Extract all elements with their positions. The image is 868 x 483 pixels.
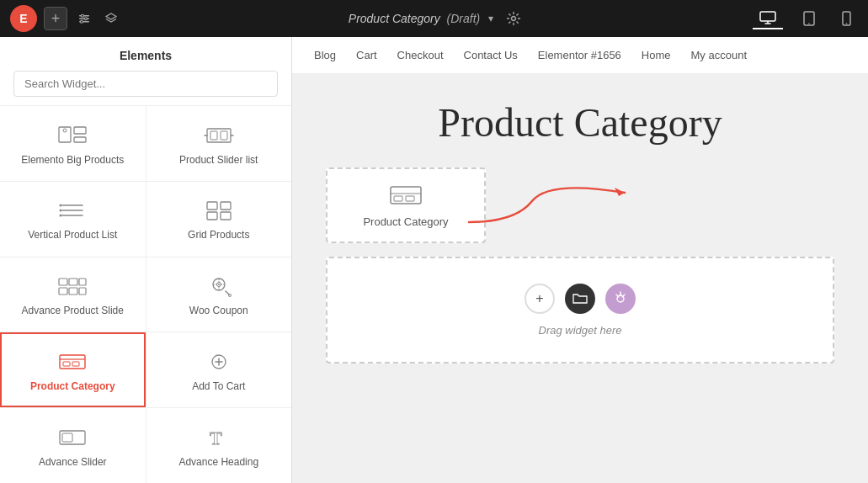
tablet-icon [803,11,815,26]
drag-hint: Drag widget here [539,324,622,337]
add-element-button[interactable]: + [44,7,67,30]
left-panel: Elements Elemento Big Products [0,37,292,483]
elemento-big-products-icon [57,124,88,147]
widget-advance-heading[interactable]: T Advance Heading [146,408,292,483]
page-settings-button[interactable] [502,7,525,30]
svg-marker-6 [106,13,116,19]
svg-text:T: T [210,427,222,448]
product-slider-list-icon [204,124,234,147]
widget-advance-slider[interactable]: Advance Slider [0,408,146,483]
svg-rect-38 [69,288,77,295]
panel-header: Elements [0,37,291,106]
customize-button[interactable] [74,8,94,29]
widget-label: Product Category [30,380,115,394]
dropped-product-category-widget[interactable]: Product Category [326,167,486,243]
svg-point-27 [60,204,62,207]
svg-rect-57 [394,196,402,201]
svg-rect-37 [59,288,67,295]
svg-rect-31 [221,202,231,210]
chevron-down-icon: ▾ [488,13,493,24]
mobile-view-button[interactable] [835,8,858,29]
svg-point-12 [808,23,810,24]
gear-icon [506,11,521,26]
nav-home[interactable]: Home [633,39,679,72]
nav-myaccount[interactable]: My account [683,39,755,72]
woo-coupon-icon [204,274,234,298]
svg-point-7 [512,17,516,21]
svg-rect-17 [74,137,86,142]
plus-icon: + [51,10,61,28]
widget-elemento-big-products[interactable]: Elemento Big Products [0,106,146,181]
folder-icon [572,293,588,305]
page-heading: Product Category [309,91,851,154]
widget-product-category[interactable]: Product Category [0,332,146,407]
plus-icon: + [535,291,543,306]
svg-rect-53 [62,433,72,442]
desktop-view-button[interactable] [753,8,783,29]
page-title-text: Product Category (Draft) [349,12,480,25]
widget-add-to-cart[interactable]: Add To Cart [146,332,292,407]
svg-marker-59 [615,188,625,196]
logo-button[interactable]: E [10,5,37,32]
drop-zone-actions: + [525,284,636,314]
sliders-icon [77,12,91,25]
svg-rect-36 [79,279,86,285]
svg-point-18 [63,129,67,132]
page-status: (Draft) [447,12,481,25]
widget-label: Add To Cart [192,380,245,394]
widget-advance-product-slide[interactable]: Advance Product Slide [0,257,146,332]
widget-woo-coupon[interactable]: Woo Coupon [146,257,292,332]
widget-row: Product Category [309,167,851,243]
toolbar-center: Product Category (Draft) ▾ [349,7,525,30]
toolbar-right [753,8,858,29]
nav-elementor[interactable]: Elementor #1656 [530,39,630,72]
svg-point-28 [60,210,62,212]
layers-button[interactable] [101,8,121,29]
svg-point-4 [85,18,88,20]
search-input[interactable] [13,71,278,97]
advance-slider-icon [57,426,88,449]
svg-rect-33 [221,212,231,220]
svg-rect-48 [72,362,79,366]
advance-heading-icon: T [204,426,234,449]
folder-button[interactable] [565,284,595,314]
nav-checkout[interactable]: Checkout [389,39,452,72]
svg-rect-15 [59,127,71,142]
svg-rect-34 [59,279,67,285]
top-toolbar: E + Product Category (Draft) [0,0,868,37]
widget-vertical-product-list[interactable]: Vertical Product List [0,182,146,257]
add-section-button[interactable]: + [525,284,555,314]
panel-title: Elements [13,49,278,62]
tablet-view-button[interactable] [796,8,822,29]
svg-rect-22 [210,131,217,140]
widget-label: Advance Product Slide [22,305,124,318]
dropped-widget-label: Product Category [363,215,448,228]
share-icon [613,291,628,306]
drag-arrow [465,176,650,226]
nav-blog[interactable]: Blog [306,39,344,72]
nav-cart[interactable]: Cart [348,39,386,72]
svg-rect-58 [406,196,414,201]
share-button[interactable] [605,284,636,314]
svg-rect-39 [79,288,86,295]
drop-zone: + [326,257,834,364]
canvas-content: Product Category Product Category [292,74,868,483]
nav-contact[interactable]: Contact Us [455,39,526,72]
svg-point-29 [60,215,62,217]
widget-label: Advance Slider [39,456,107,470]
page-dropdown-button[interactable]: ▾ [487,11,495,26]
logo-letter: E [19,12,27,25]
canvas-area: Blog Cart Checkout Contact Us Elementor … [292,37,868,483]
svg-rect-8 [760,12,775,21]
widget-product-slider-list[interactable]: Product Slider list [146,106,292,181]
desktop-icon [759,11,776,24]
layers-icon [104,12,118,25]
widget-label: Product Slider list [179,154,258,167]
main-area: Elements Elemento Big Products [0,37,868,483]
svg-rect-35 [69,279,77,285]
widget-label: Woo Coupon [189,305,248,318]
widget-label: Vertical Product List [28,229,117,242]
toolbar-left: E + [10,5,121,32]
widgets-grid: Elemento Big Products Product Slider lis… [0,106,291,483]
widget-grid-products[interactable]: Grid Products [146,182,292,257]
